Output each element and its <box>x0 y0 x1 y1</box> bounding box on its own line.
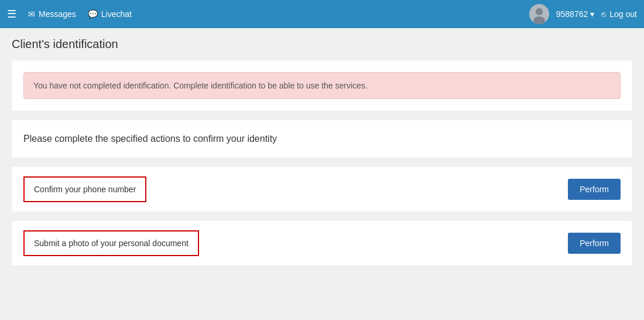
info-text: Please complete the specified actions to… <box>23 132 621 146</box>
messages-label: Messages <box>39 9 76 19</box>
info-card: Please complete the specified actions to… <box>12 120 632 158</box>
action-phone-card: Confirm your phone number Perform <box>12 167 632 212</box>
navbar-left: ☰ ✉ Messages 💬 Livechat <box>7 8 529 21</box>
nav-messages[interactable]: ✉ Messages <box>28 9 76 19</box>
envelope-icon: ✉ <box>28 9 35 19</box>
logout-button[interactable]: ⎋ Log out <box>601 9 637 19</box>
alert-warning: You have not completed identification. C… <box>23 72 621 99</box>
action-document-card: Submit a photo of your personal document… <box>12 221 632 265</box>
confirm-phone-label-box: Confirm your phone number <box>23 176 146 202</box>
spacer-1 <box>12 115 632 120</box>
submit-document-label: Submit a photo of your personal document <box>34 239 189 248</box>
livechat-label: Livechat <box>101 9 132 19</box>
spacer-3 <box>12 216 632 221</box>
logout-icon: ⎋ <box>601 9 606 19</box>
page-title: Client's identification <box>12 38 632 51</box>
alert-message: You have not completed identification. C… <box>33 81 368 90</box>
hamburger-icon[interactable]: ☰ <box>7 8 16 21</box>
perform-phone-button[interactable]: Perform <box>568 179 621 200</box>
nav-livechat[interactable]: 💬 Livechat <box>88 9 132 19</box>
main-content: Client's identification You have not com… <box>0 28 644 280</box>
submit-document-label-box: Submit a photo of your personal document <box>23 230 199 256</box>
confirm-phone-label: Confirm your phone number <box>34 185 136 194</box>
navbar-right: 9588762 ▾ ⎋ Log out <box>529 4 637 24</box>
chat-bubble-icon: 💬 <box>88 9 98 19</box>
logout-label: Log out <box>609 9 637 19</box>
perform-document-button[interactable]: Perform <box>568 233 621 254</box>
spacer-2 <box>12 162 632 167</box>
avatar <box>529 4 549 24</box>
svg-point-1 <box>536 8 543 15</box>
navbar: ☰ ✉ Messages 💬 Livechat 9588762 ▾ ⎋ Log … <box>0 0 644 28</box>
user-id-value: 9588762 <box>556 9 588 19</box>
user-id[interactable]: 9588762 ▾ <box>556 9 595 19</box>
dropdown-arrow: ▾ <box>590 9 594 19</box>
alert-card: You have not completed identification. C… <box>12 60 632 111</box>
